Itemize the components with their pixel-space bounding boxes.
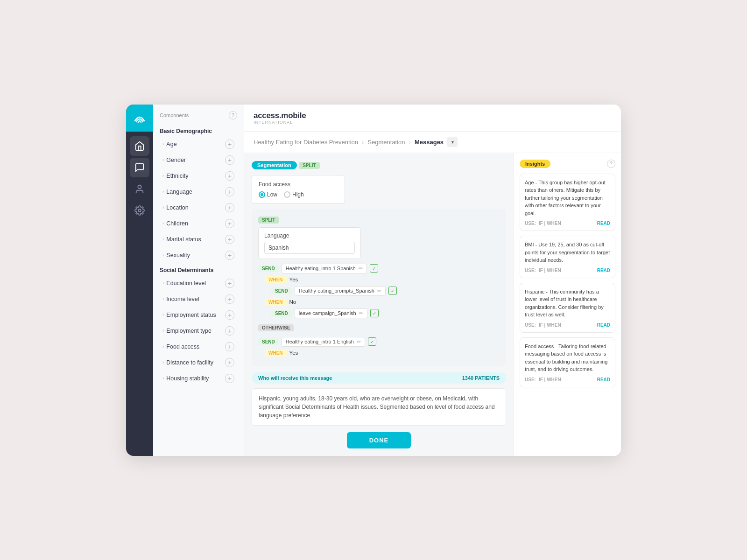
split2-badge: SPLIT — [258, 217, 279, 224]
insight-text-0: Age - This group has higher opt-out rate… — [525, 179, 610, 217]
insight-text-2: Hispanic - This community has a lower le… — [525, 288, 610, 319]
component-education[interactable]: ›Education level + — [156, 275, 241, 291]
component-marital-status[interactable]: ›Marital status + — [156, 231, 241, 247]
component-distance[interactable]: ›Distance to facility + — [156, 355, 241, 371]
insight-read-2[interactable]: READ — [597, 322, 610, 328]
add-education-btn[interactable]: + — [225, 279, 234, 288]
insight-card-3: Food access - Tailoring food-related mes… — [520, 337, 615, 387]
flow-otherwise-when: WHEN Yes — [265, 350, 500, 357]
otherwise-badge: OTHERWISE — [258, 324, 294, 331]
insight-ifwhen-1[interactable]: IF | WHEN — [539, 268, 561, 273]
check-sub: ✓ — [388, 287, 397, 295]
tag-when-1: WHEN — [265, 276, 287, 283]
component-location[interactable]: ›Location + — [156, 200, 241, 216]
sidebar-nav — [126, 105, 153, 456]
food-access-title: Food access — [259, 181, 338, 188]
add-income-btn[interactable]: + — [225, 294, 234, 304]
insight-read-0[interactable]: READ — [597, 221, 610, 226]
flow-when-2: WHEN No — [265, 299, 500, 306]
add-distance-btn[interactable]: + — [225, 358, 234, 367]
left-panel: Components ? Basic Demographic ›Age + ›G… — [153, 105, 244, 456]
desc-box: Hispanic, young adults, 18-30 years old,… — [252, 388, 506, 426]
app-name: access.mobile — [254, 111, 306, 120]
check-1: ✓ — [370, 264, 378, 273]
insight-use-0: USE: — [525, 221, 536, 226]
insights-badge: Insights — [520, 160, 550, 168]
radio-high-dot — [284, 191, 290, 198]
component-income[interactable]: ›Income level + — [156, 291, 241, 307]
add-language-btn[interactable]: + — [225, 187, 234, 196]
insight-text-1: BMI - Use 19, 25, and 30 as cut-off poin… — [525, 241, 610, 264]
language-section: SPLIT Language Spanish English Other SEN… — [252, 209, 506, 366]
top-bar: access.mobile INTERNATIONAL — [244, 105, 621, 132]
component-employment-type[interactable]: ›Employment type + — [156, 323, 241, 339]
components-help-icon[interactable]: ? — [229, 111, 237, 119]
component-gender[interactable]: ›Gender + — [156, 152, 241, 168]
content-area: Segmentation SPLIT Food access Low High — [244, 153, 621, 456]
social-determinants-title: Social Determinants — [153, 263, 244, 275]
add-housing-btn[interactable]: + — [225, 374, 234, 383]
insights-help-icon[interactable]: ? — [607, 160, 615, 168]
add-gender-btn[interactable]: + — [225, 155, 234, 165]
insight-read-3[interactable]: READ — [597, 377, 610, 382]
main-content: access.mobile INTERNATIONAL Healthy Eati… — [244, 105, 621, 456]
edit-icon-2[interactable]: ✏ — [359, 310, 363, 316]
done-button[interactable]: DONE — [347, 432, 411, 448]
insight-actions-3: USE: IF | WHEN READ — [525, 377, 610, 382]
add-employment-status-btn[interactable]: + — [225, 310, 234, 320]
app-window: Components ? Basic Demographic ›Age + ›G… — [126, 105, 621, 456]
add-sexuality-btn[interactable]: + — [225, 251, 234, 260]
desc-text: Hispanic, young adults, 18-30 years old,… — [259, 395, 495, 419]
breadcrumb-item-1[interactable]: Healthy Eating for Diabetes Prevention — [254, 139, 358, 146]
sidebar-item-users[interactable] — [130, 179, 149, 199]
insight-actions-2: USE: IF | WHEN READ — [525, 322, 610, 328]
flow-msg-1-text: Healthy eating_intro 1 Spanish — [286, 266, 356, 271]
component-age[interactable]: ›Age + — [156, 136, 241, 152]
flow-otherwise-send: SEND Healthy eating_intro 1 English ✏ ✓ — [258, 337, 500, 347]
component-language[interactable]: ›Language + — [156, 184, 241, 200]
flow-msg-1: Healthy eating_intro 1 Spanish ✏ — [282, 264, 367, 273]
sidebar-item-messages[interactable] — [130, 158, 149, 177]
edit-icon-otherwise[interactable]: ✏ — [357, 339, 361, 345]
sidebar-item-home[interactable] — [130, 136, 149, 156]
insight-ifwhen-0[interactable]: IF | WHEN — [539, 221, 561, 226]
otherwise-section: OTHERWISE SEND Healthy eating_intro 1 En… — [258, 323, 500, 357]
language-select[interactable]: Spanish English Other — [264, 242, 355, 254]
patients-count: 1340 PATIENTS — [462, 375, 500, 381]
language-box: Language Spanish English Other — [258, 227, 361, 259]
add-children-btn[interactable]: + — [225, 219, 234, 228]
component-sexuality[interactable]: ›Sexuality + — [156, 247, 241, 263]
insight-ifwhen-2[interactable]: IF | WHEN — [539, 322, 561, 328]
component-housing[interactable]: ›Housing stability + — [156, 371, 241, 386]
add-location-btn[interactable]: + — [225, 203, 234, 212]
flow-val-2: No — [289, 299, 296, 305]
breadcrumb-item-2[interactable]: Segmentation — [367, 139, 405, 146]
radio-low[interactable]: Low — [259, 191, 277, 198]
add-ethnicity-btn[interactable]: + — [225, 171, 234, 181]
add-marital-btn[interactable]: + — [225, 235, 234, 244]
messages-dropdown[interactable]: ▾ — [447, 137, 458, 147]
insight-card-1: BMI - Use 19, 25, and 30 as cut-off poin… — [520, 236, 615, 278]
insight-actions-0: USE: IF | WHEN READ — [525, 221, 610, 226]
app-sub: INTERNATIONAL — [254, 120, 306, 125]
insight-ifwhen-3[interactable]: IF | WHEN — [539, 377, 561, 382]
insight-read-1[interactable]: READ — [597, 268, 610, 273]
edit-icon-sub[interactable]: ✏ — [377, 288, 381, 294]
flow-msg-otherwise-text: Healthy eating_intro 1 English — [286, 339, 354, 344]
component-food-access[interactable]: ›Food access + — [156, 339, 241, 355]
flow-send-sub: SEND Healthy eating_prompts_Spanish ✏ ✓ — [271, 286, 500, 296]
add-age-btn[interactable]: + — [225, 140, 234, 149]
component-employment-status[interactable]: ›Employment status + — [156, 307, 241, 323]
edit-icon-1[interactable]: ✏ — [359, 266, 363, 272]
flow-when-1: WHEN Yes — [265, 276, 500, 283]
check-2: ✓ — [370, 309, 379, 317]
radio-high[interactable]: High — [284, 191, 304, 198]
basic-demographic-title: Basic Demographic — [153, 124, 244, 136]
who-banner: Who will receive this message 1340 PATIE… — [252, 372, 506, 384]
component-ethnicity[interactable]: ›Ethnicity + — [156, 168, 241, 184]
tag-send-2: SEND — [271, 310, 292, 317]
add-employment-type-btn[interactable]: + — [225, 326, 234, 336]
component-children[interactable]: ›Children + — [156, 216, 241, 231]
sidebar-item-settings[interactable] — [130, 201, 149, 220]
add-food-access-btn[interactable]: + — [225, 342, 234, 351]
